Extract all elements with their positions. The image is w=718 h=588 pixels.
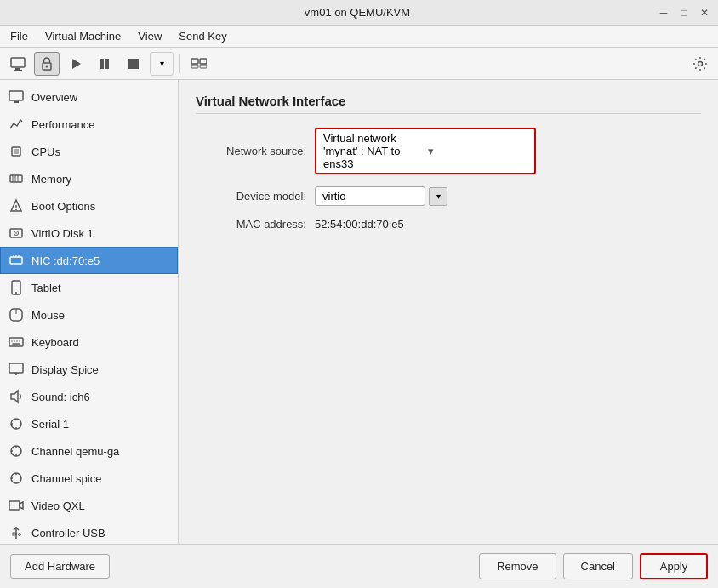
- sidebar-item-label: VirtIO Disk 1: [31, 227, 94, 240]
- play-icon: [69, 57, 83, 71]
- close-button[interactable]: ✕: [698, 6, 711, 20]
- performance-icon: [8, 116, 25, 133]
- migrate-icon: [191, 57, 207, 71]
- sidebar-item-label: Serial 1: [31, 418, 69, 431]
- video-icon: [8, 497, 25, 514]
- sidebar-item-channel-qemu-ga[interactable]: Channel qemu-ga: [0, 437, 178, 465]
- memory-icon: [8, 170, 25, 187]
- svg-rect-11: [200, 59, 207, 64]
- svg-rect-27: [10, 257, 22, 264]
- settings-icon: [692, 56, 708, 71]
- sidebar-item-video-qxl[interactable]: Video QXL: [0, 492, 178, 519]
- sidebar-item-label: Sound: ich6: [31, 391, 90, 403]
- keyboard-icon: [8, 334, 25, 351]
- migrate-button[interactable]: [186, 52, 212, 76]
- svg-rect-17: [14, 149, 19, 154]
- sidebar-item-label: Channel qemu-ga: [31, 445, 119, 458]
- sidebar-item-label: Overview: [31, 91, 77, 104]
- settings-button[interactable]: [687, 52, 713, 76]
- section-title: Virtual Network Interface: [196, 94, 701, 114]
- add-hardware-button[interactable]: Add Hardware: [10, 554, 110, 579]
- channel-spice-icon: [8, 470, 25, 487]
- device-model-value: virtio: [322, 190, 418, 203]
- svg-rect-10: [191, 65, 198, 68]
- svg-rect-12: [200, 65, 207, 68]
- menu-send-key[interactable]: Send Key: [172, 28, 233, 44]
- sidebar-item-sound[interactable]: Sound: ich6: [0, 383, 178, 410]
- sidebar-item-label: Tablet: [31, 282, 61, 294]
- sidebar-item-label: Video QXL: [31, 500, 85, 512]
- maximize-button[interactable]: □: [677, 6, 691, 20]
- menu-file[interactable]: File: [3, 28, 35, 44]
- mac-address-label: MAC address:: [196, 218, 306, 231]
- svg-rect-34: [9, 338, 23, 346]
- window-controls: ─ □ ✕: [657, 6, 711, 20]
- network-source-arrow-icon: ▾: [428, 145, 527, 157]
- sidebar-item-overview[interactable]: Overview: [0, 83, 178, 111]
- monitor-icon: [10, 56, 26, 71]
- svg-rect-59: [9, 501, 20, 510]
- sidebar-item-memory[interactable]: Memory: [0, 165, 178, 192]
- device-model-label: Device model:: [196, 190, 306, 203]
- svg-rect-9: [191, 59, 198, 64]
- nic-icon: [8, 252, 25, 269]
- sidebar-item-performance[interactable]: Performance: [0, 111, 178, 138]
- pause-icon: [98, 57, 111, 71]
- apply-button[interactable]: Apply: [640, 553, 708, 579]
- menu-virtual-machine[interactable]: Virtual Machine: [38, 28, 128, 44]
- sidebar-item-label: Mouse: [31, 309, 65, 322]
- lock-button[interactable]: [34, 52, 60, 76]
- sidebar-item-label: Controller USB: [31, 527, 105, 539]
- svg-point-23: [15, 209, 17, 211]
- sidebar-item-serial1[interactable]: Serial 1: [0, 410, 178, 437]
- svg-point-26: [15, 232, 17, 234]
- pause-button[interactable]: [92, 52, 117, 76]
- sidebar-item-boot-options[interactable]: Boot Options: [0, 192, 178, 220]
- cancel-button[interactable]: Cancel: [563, 553, 633, 579]
- toolbar: ▾: [0, 48, 718, 80]
- device-model-dropdown-button[interactable]: ▾: [429, 187, 447, 206]
- sidebar-item-keyboard[interactable]: Keyboard: [0, 328, 178, 356]
- sidebar-item-display-spice[interactable]: Display Spice: [0, 356, 178, 383]
- lock-icon: [40, 56, 54, 71]
- svg-rect-14: [9, 91, 23, 100]
- svg-rect-0: [11, 58, 25, 67]
- minimize-button[interactable]: ─: [657, 6, 670, 20]
- sidebar-item-nic[interactable]: NIC :dd:70:e5: [0, 247, 178, 274]
- svg-marker-60: [20, 502, 23, 509]
- power-dropdown[interactable]: ▾: [150, 52, 174, 76]
- sidebar-item-cpus[interactable]: CPUs: [0, 138, 178, 165]
- svg-marker-5: [72, 59, 81, 69]
- window-title: vm01 on QEMU/KVM: [58, 6, 657, 19]
- sidebar-item-label: Channel spice: [31, 472, 101, 485]
- mac-address-row: MAC address: 52:54:00:dd:70:e5: [196, 218, 701, 231]
- sidebar-item-channel-spice[interactable]: Channel spice: [0, 465, 178, 492]
- sidebar: Overview Performance CPUs Memory Boot Op…: [0, 80, 179, 544]
- svg-rect-2: [14, 70, 22, 71]
- mouse-icon: [8, 306, 25, 323]
- cpu-icon: [8, 143, 25, 160]
- tablet-icon: [8, 279, 25, 296]
- sidebar-item-controller-usb[interactable]: Controller USB: [0, 519, 178, 544]
- network-source-control: Virtual network 'mynat' : NAT to ens33 ▾: [315, 128, 536, 174]
- remove-button[interactable]: Remove: [479, 553, 556, 579]
- network-source-dropdown[interactable]: Virtual network 'mynat' : NAT to ens33 ▾: [315, 128, 536, 174]
- display-icon: [8, 361, 25, 378]
- device-model-row: Device model: virtio ▾: [196, 186, 701, 206]
- sidebar-item-label: NIC :dd:70:e5: [31, 254, 100, 267]
- sidebar-item-label: Boot Options: [31, 200, 95, 213]
- stop-button[interactable]: [121, 52, 146, 76]
- sidebar-item-mouse[interactable]: Mouse: [0, 301, 178, 328]
- svg-rect-1: [15, 68, 20, 70]
- play-button[interactable]: [63, 52, 88, 76]
- svg-rect-40: [9, 363, 23, 373]
- sidebar-item-label: Display Spice: [31, 363, 99, 376]
- device-model-dropdown[interactable]: virtio: [315, 186, 425, 206]
- network-source-value: Virtual network 'mynat' : NAT to ens33: [323, 132, 423, 170]
- content-panel: Virtual Network Interface Network source…: [179, 80, 718, 544]
- menu-view[interactable]: View: [131, 28, 168, 44]
- sidebar-item-virtio-disk[interactable]: VirtIO Disk 1: [0, 220, 178, 247]
- titlebar: vm01 on QEMU/KVM ─ □ ✕: [0, 0, 718, 26]
- sidebar-item-tablet[interactable]: Tablet: [0, 274, 178, 301]
- monitor-button[interactable]: [5, 52, 31, 76]
